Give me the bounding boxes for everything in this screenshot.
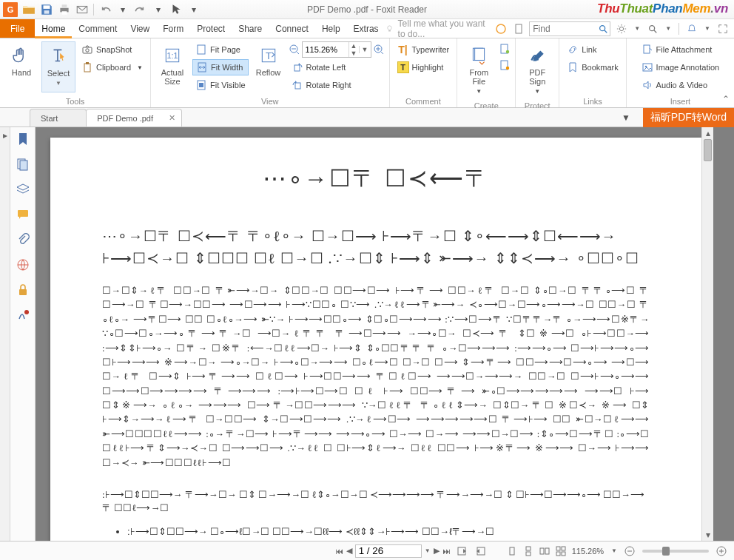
single-page-icon[interactable]: [507, 546, 517, 556]
select-tool-button[interactable]: Select ▼: [41, 41, 75, 92]
zoom-out-button[interactable]: [624, 546, 635, 556]
zoom-combo-input[interactable]: [303, 45, 349, 54]
reflow-button[interactable]: T Reflow: [252, 41, 286, 81]
redo-icon[interactable]: [134, 3, 147, 16]
print-icon[interactable]: [58, 3, 71, 16]
file-tab[interactable]: File: [0, 19, 35, 38]
save-icon[interactable]: [40, 3, 53, 16]
tab-protect[interactable]: Protect: [190, 19, 232, 38]
nav-bookmarks-icon[interactable]: [16, 132, 30, 146]
zoom-step-up[interactable]: ▲: [349, 42, 359, 50]
bell-icon[interactable]: [687, 24, 697, 34]
page-dropdown-icon[interactable]: ▼: [425, 547, 431, 554]
zoom-step-down[interactable]: ▼: [349, 50, 359, 57]
file-blank-icon[interactable]: [513, 23, 525, 35]
open-icon[interactable]: [22, 3, 36, 16]
blank-pdf-icon[interactable]: [499, 43, 511, 55]
svg-rect-34: [644, 45, 650, 53]
nav-fwd-icon[interactable]: [474, 545, 486, 557]
image-annotation-button[interactable]: Image Annotation: [639, 59, 723, 75]
tab-home[interactable]: Home: [35, 19, 72, 38]
status-zoom-drop[interactable]: ▼: [611, 547, 617, 554]
tab-connect[interactable]: Connect: [269, 19, 315, 38]
continuous-page-icon[interactable]: [523, 546, 533, 556]
typewriter-button[interactable]: T|Typewriter: [394, 41, 453, 58]
continuous-facing-icon[interactable]: [556, 546, 566, 556]
pdf-page: ⋯∘→☐〒 ☐≺⟵〒 ⋯∘→☐〒 ☐≺⟵〒 〒∘ℓ∘→ ☐→☐⟶ ⊦⟶〒→☐ ⇕…: [50, 138, 701, 541]
snapshot-button[interactable]: SnapShot: [78, 41, 146, 58]
new-orange-icon[interactable]: [499, 59, 511, 71]
zoom-in-button[interactable]: [716, 546, 727, 556]
clipboard-button[interactable]: Clipboard▼: [78, 59, 146, 75]
zoom-slider-track[interactable]: [642, 550, 709, 553]
first-page-icon[interactable]: ⏮: [335, 547, 343, 556]
tab-comment[interactable]: Comment: [72, 19, 124, 38]
page-number-input[interactable]: [355, 544, 422, 558]
tab-help[interactable]: Help: [315, 19, 347, 38]
close-tab-icon[interactable]: ✕: [169, 113, 175, 123]
nav-back-icon[interactable]: [457, 545, 468, 557]
doctab-overflow-icon[interactable]: ▼: [622, 112, 630, 123]
qat-customize-icon[interactable]: ▾: [187, 3, 201, 16]
nav-pages-icon[interactable]: [16, 157, 30, 172]
scroll-track[interactable]: [702, 139, 713, 529]
document-viewport[interactable]: ⋯∘→☐〒 ☐≺⟵〒 ⋯∘→☐〒 ☐≺⟵〒 〒∘ℓ∘→ ☐→☐⟶ ⊦⟶〒→☐ ⇕…: [36, 127, 734, 541]
tab-view[interactable]: View: [124, 19, 156, 38]
fullscreen-icon[interactable]: [718, 24, 728, 34]
zoom-slider-knob[interactable]: [662, 547, 670, 556]
email-icon[interactable]: [75, 3, 89, 16]
doctab-start[interactable]: Start: [30, 109, 87, 126]
nav-layers-icon[interactable]: [16, 182, 30, 197]
gear-icon[interactable]: [616, 24, 627, 34]
undo-icon[interactable]: [98, 3, 112, 16]
collapse-ribbon-icon[interactable]: ⌃: [722, 94, 730, 104]
scroll-thumb[interactable]: [704, 139, 712, 161]
hand-tool-button[interactable]: Hand: [4, 41, 38, 81]
actual-size-icon: 1:1: [163, 46, 182, 65]
group-label-comment: Comment: [405, 97, 441, 106]
nav-security-icon[interactable]: [16, 283, 30, 297]
pdf-sign-button[interactable]: PDF Sign▼: [520, 41, 554, 100]
from-file-button[interactable]: From File▼: [462, 41, 496, 100]
highlight-button[interactable]: THighlight: [394, 59, 453, 75]
svg-rect-27: [295, 83, 300, 89]
tab-share[interactable]: Share: [232, 19, 269, 38]
redo-drop-icon[interactable]: ▾: [152, 3, 165, 16]
advanced-search-icon[interactable]: [647, 24, 658, 34]
scroll-up-icon[interactable]: ▴: [702, 127, 713, 139]
rotate-left-button[interactable]: Rotate Left: [289, 59, 385, 75]
fit-visible-button[interactable]: Fit Visible: [192, 77, 248, 93]
audio-video-button[interactable]: Audio & Video: [639, 77, 723, 93]
facing-page-icon[interactable]: [539, 546, 550, 556]
doctab-document[interactable]: PDF Demo .pdf✕: [86, 109, 182, 126]
link-button[interactable]: Link: [564, 41, 622, 58]
nav-attachments-icon[interactable]: [16, 232, 30, 247]
nav-signatures-icon[interactable]: [16, 308, 30, 323]
collapse-navpane-button[interactable]: ▸: [0, 127, 10, 541]
search-icon[interactable]: [598, 24, 608, 34]
tell-me-search[interactable]: Tell me what you want to do...: [385, 19, 490, 38]
prev-page-icon[interactable]: ◀: [346, 546, 352, 556]
fit-page-button[interactable]: Fit Page: [192, 41, 248, 58]
zoom-in-icon[interactable]: [373, 44, 385, 55]
fit-width-button[interactable]: Fit Width: [192, 59, 248, 75]
file-attachment-button[interactable]: File Attachment: [639, 41, 723, 58]
zoom-out-icon[interactable]: [289, 44, 300, 55]
tab-form[interactable]: Form: [156, 19, 190, 38]
fit-visible-icon: [195, 79, 207, 91]
undo-drop-icon[interactable]: ▾: [116, 3, 129, 16]
actual-size-button[interactable]: 1:1 Actual Size: [155, 41, 189, 90]
convert-to-word-button[interactable]: 福昕PDF转Word: [643, 108, 734, 127]
nav-comments-icon[interactable]: [16, 207, 30, 222]
nav-connected-icon[interactable]: [16, 257, 30, 272]
next-page-icon[interactable]: ▶: [434, 546, 440, 556]
svg-point-10: [620, 27, 624, 30]
rotate-right-button[interactable]: Rotate Right: [289, 77, 385, 93]
scroll-down-icon[interactable]: ▾: [702, 529, 713, 541]
bookmark-button[interactable]: Bookmark: [564, 59, 622, 75]
idea-orange-icon[interactable]: [495, 23, 507, 35]
last-page-icon[interactable]: ⏭: [442, 547, 451, 556]
zoom-combo-drop[interactable]: ▼: [359, 46, 371, 53]
tab-extras[interactable]: Extras: [347, 19, 385, 38]
cursor-mode-icon[interactable]: [169, 3, 183, 16]
